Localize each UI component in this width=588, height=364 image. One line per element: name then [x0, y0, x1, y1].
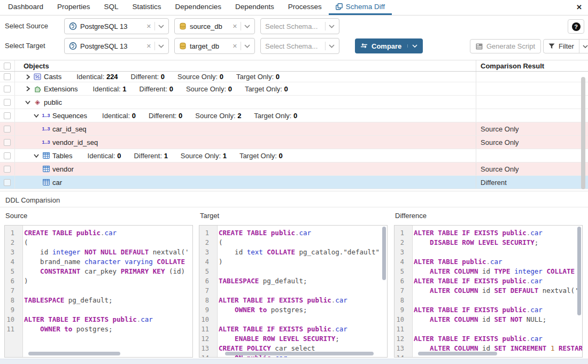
row-checkbox[interactable] [4, 179, 11, 186]
tab-processes[interactable]: Processes [281, 0, 329, 15]
row-checkbox[interactable] [4, 126, 11, 133]
chevron-down-icon[interactable] [32, 153, 41, 158]
vertical-scrollbar[interactable] [577, 227, 581, 315]
ddl-comparison-section: DDL Comparision Source Target Difference… [0, 191, 588, 358]
line-number: 1 [5, 228, 19, 238]
horizontal-scrollbar[interactable] [225, 352, 374, 355]
vertical-scrollbar[interactable] [382, 227, 386, 280]
close-icon[interactable]: ✕ [576, 3, 582, 12]
table-row[interactable]: TablesIdentical: 0Different: 1Source Onl… [0, 149, 588, 162]
filter-button[interactable]: Filter [543, 39, 588, 53]
divider [0, 207, 588, 207]
clear-icon[interactable]: ✕ [233, 23, 237, 30]
source-schema-select[interactable]: Select Schema... [260, 18, 339, 34]
chevron-down-icon[interactable] [32, 113, 41, 118]
table-row[interactable]: ◈public [0, 96, 588, 109]
line-number: 8 [394, 296, 408, 305]
table-row[interactable]: vendorSource Only [0, 162, 588, 176]
line-number: 1 [394, 228, 408, 238]
code-line: 11ALTER TABLE IF EXISTS public.car [199, 324, 387, 334]
source-code-pane[interactable]: 1CREATE TABLE public.car2(3 id integer N… [4, 225, 193, 358]
clear-icon[interactable]: ✕ [233, 43, 237, 50]
tab-dashboard[interactable]: Dashboard [1, 0, 50, 15]
table-row[interactable]: CastsIdentical: 224Different: 0Source On… [0, 72, 588, 82]
chevron-down-icon[interactable] [407, 44, 417, 48]
chevron-down-icon[interactable] [158, 25, 164, 28]
horizontal-scrollbar[interactable] [418, 352, 497, 355]
postgresql-icon [69, 22, 77, 30]
table-row[interactable]: carDifferent [0, 176, 588, 189]
compare-button[interactable]: Compare [355, 38, 423, 53]
generate-script-button[interactable]: Generate Script [470, 39, 541, 53]
source-database-select[interactable]: source_db ✕ [174, 18, 255, 34]
line-number: 8 [199, 296, 213, 305]
chevron-down-icon[interactable] [24, 100, 32, 105]
target-database-select[interactable]: target_db ✕ [174, 38, 255, 54]
target-schema-select[interactable]: Select Schema... [260, 38, 339, 54]
row-checkbox[interactable] [4, 99, 11, 106]
line-number: 12 [394, 334, 408, 344]
table-row[interactable]: 1..3SequencesIdentical: 0Different: 0Sou… [0, 109, 588, 122]
comparison-stats: Identical: 224Different: 0Source Only: 0… [76, 73, 280, 81]
vertical-scrollbar[interactable] [581, 77, 585, 189]
chevron-right-icon[interactable] [24, 74, 32, 80]
row-checkbox[interactable] [4, 166, 11, 173]
table-row[interactable]: 1..3vendor_id_seqSource Only [0, 136, 588, 149]
tab-schema-diff[interactable]: Schema Diff [329, 0, 392, 15]
select-target-label: Select Target [5, 42, 45, 50]
source-server-select[interactable]: PostgreSQL 13 ✕ [64, 18, 169, 34]
chevron-right-icon[interactable] [24, 86, 32, 91]
extensions-icon [32, 85, 43, 92]
row-checkbox[interactable] [4, 112, 11, 119]
line-number: 9 [394, 305, 408, 315]
line-number: 8 [5, 296, 19, 305]
code-line: 1ALTER TABLE IF EXISTS public.car [394, 228, 582, 238]
chevron-down-icon[interactable] [244, 25, 250, 28]
tab-properties[interactable]: Properties [50, 0, 97, 15]
tab-statistics[interactable]: Statistics [126, 0, 168, 15]
line-number: 5 [5, 267, 19, 276]
code-line: 12 ENABLE ROW LEVEL SECURITY; [199, 334, 387, 344]
chevron-down-icon[interactable] [244, 44, 250, 48]
comparison-stats: Identical: 0Different: 1Source Only: 1Ta… [88, 152, 283, 160]
chevron-down-icon[interactable] [158, 44, 164, 48]
table-row[interactable]: 1..3car_id_seqSource Only [0, 122, 588, 136]
difference-code-pane[interactable]: 1ALTER TABLE IF EXISTS public.car2 DISAB… [394, 225, 583, 358]
object-label: vendor [52, 165, 74, 173]
comparison-result: Source Only [476, 136, 578, 149]
row-checkbox[interactable] [4, 152, 11, 159]
tab-sql[interactable]: SQL [97, 0, 126, 15]
horizontal-scrollbar[interactable] [28, 352, 120, 355]
select-all-checkbox[interactable] [4, 63, 11, 69]
chevron-down-icon[interactable] [329, 44, 335, 48]
clear-icon[interactable]: ✕ [146, 23, 151, 30]
objects-column-header: Objects [15, 62, 476, 70]
database-value: target_db [190, 42, 229, 50]
clear-icon[interactable]: ✕ [146, 43, 151, 50]
code-line: 2( [199, 238, 387, 247]
line-number: 7 [394, 286, 408, 296]
tab-label: Properties [57, 3, 90, 11]
schema-placeholder: Select Schema... [265, 42, 322, 50]
panel-bottom-edge [0, 359, 588, 364]
chevron-down-icon[interactable] [329, 25, 335, 28]
casts-icon [32, 73, 43, 80]
chevron-down-icon[interactable] [579, 40, 588, 53]
line-number: 3 [199, 247, 213, 257]
tab-dependencies[interactable]: Dependencies [168, 0, 228, 15]
target-server-select[interactable]: PostgreSQL 13 ✕ [64, 38, 169, 54]
help-button[interactable]: ? [568, 19, 584, 34]
server-value: PostgreSQL 13 [80, 22, 143, 30]
table-row[interactable]: ExtensionsIdentical: 1Different: 0Source… [0, 82, 588, 96]
sequence-icon: 1..3 [41, 126, 51, 131]
target-code-pane[interactable]: 1CREATE TABLE public.car2(3 id text COLL… [199, 225, 388, 358]
code-line: 3 id integer NOT NULL DEFAULT nextval(' [5, 247, 192, 257]
tab-dependents[interactable]: Dependents [228, 0, 281, 15]
row-checkbox[interactable] [4, 73, 11, 80]
code-line: 10 ALTER COLUMN id SET NOT NULL; [394, 315, 582, 324]
object-label: Tables [52, 152, 73, 160]
row-checkbox[interactable] [4, 86, 11, 92]
comparison-result: Different [476, 176, 578, 189]
divider [241, 42, 241, 50]
row-checkbox[interactable] [4, 139, 11, 146]
